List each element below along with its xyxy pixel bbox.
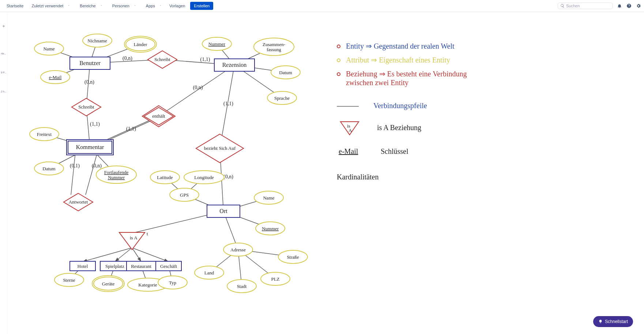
search-box[interactable]: Suchen (558, 3, 613, 9)
attribute-label: Nichname (87, 38, 107, 43)
entity-label: Hotel (78, 263, 88, 269)
attribute: Freitext (30, 128, 59, 141)
nav-startseite[interactable]: Startseite (4, 2, 26, 10)
attribute-label: Freitext (37, 132, 52, 137)
attribute: Typ (158, 276, 187, 289)
attribute-label: Longitude (194, 175, 214, 180)
attribute-label: Sterne (63, 277, 75, 283)
cardinality: (1,1) (223, 101, 233, 107)
legend-line-label: Verbindungspfeile (373, 102, 427, 110)
legend-bullet (337, 45, 340, 48)
attribute-label: Geräte (102, 281, 115, 286)
nav-bereiche[interactable]: Bereiche˅ (75, 2, 106, 10)
left-rail: + rte... 9 P... 2 h... (0, 12, 8, 334)
page-canvas[interactable]: (0,n)(1,1)(0,n)(1,1)(0,n)(1,1)(1,1)(0,n)… (8, 12, 644, 334)
svg-line-37 (83, 248, 132, 262)
attribute-label: Nummer (108, 175, 125, 180)
legend-text: Entity ⇒ Gegenstand der realen Welt (346, 42, 455, 50)
svg-line-34 (71, 153, 75, 195)
svg-text:t: t (147, 231, 148, 236)
relationship: bezieht Sich Auf (196, 134, 244, 163)
attribute: e-Mail (41, 71, 70, 84)
legend-text: Attribut ⇒ Eigenschaft eines Entity (346, 56, 450, 64)
attribute-label: Sprache (274, 95, 290, 101)
attribute-label: Datum (279, 70, 292, 75)
svg-text:A: A (349, 128, 352, 133)
relationship: Schreibt (148, 51, 177, 68)
rail-item[interactable]: 2 h... (1, 90, 7, 98)
attribute: Nummer (202, 37, 231, 50)
relationship: Schreibt (72, 98, 101, 116)
attribute: Adresse (223, 243, 253, 256)
entity-label: Spielplatz (105, 263, 124, 269)
attribute: Datum (34, 162, 64, 175)
attribute-label: Adresse (230, 247, 246, 253)
rail-item[interactable]: rte... (1, 52, 6, 60)
legend-key-sample: e-Mail (339, 147, 358, 155)
top-nav-bar: Startseite Zuletzt verwendet˅ Bereiche˅ … (0, 0, 644, 12)
nav-personen[interactable]: Personen˅ (108, 2, 140, 10)
attribute: Zusammen-fassung (254, 38, 294, 56)
cardinality: (0,n) (193, 85, 203, 91)
attribute: Name (34, 42, 64, 55)
attribute-label: fassung (267, 47, 281, 52)
attribute: Stadt (227, 280, 256, 293)
er-diagram: (0,n)(1,1)(0,n)(1,1)(0,n)(1,1)(1,1)(0,n)… (8, 12, 549, 312)
entity-label: Restaurant (131, 263, 151, 269)
entity-restaurant: Restaurant (127, 261, 156, 271)
attribute-label: Stadt (237, 284, 247, 289)
attribute-label: PLZ (271, 276, 279, 282)
attribute-label: Straße (287, 254, 299, 260)
legend-text: Beziehung ⇒ Es besteht eine Verbindung (346, 70, 467, 78)
attribute-label: e-Mail (49, 75, 62, 80)
entity-geschaeft: Geschäft (156, 261, 181, 271)
attribute: Sterne (54, 273, 84, 286)
legend-key-label: Schlüssel (381, 147, 408, 155)
nav-vorlagen[interactable]: Vorlagen (167, 2, 187, 10)
entity-ort: Ort (207, 205, 240, 217)
cardinality: (1,1) (200, 57, 210, 62)
cardinality: (1,1) (90, 121, 100, 127)
relationship-label: Schreibt (78, 104, 94, 110)
attribute: PLZ (261, 272, 290, 285)
cardinality: (0,1) (70, 163, 80, 169)
attribute: Name (254, 191, 283, 204)
attribute-label: Datum (42, 166, 55, 171)
attribute-label: Nummer (208, 41, 226, 47)
svg-line-38 (115, 248, 132, 262)
svg-text:is A: is A (130, 235, 138, 240)
relationship-label: Antwortet (69, 199, 88, 205)
attribute: Datum (271, 66, 300, 79)
attribute-label: Fortlaufende (104, 170, 129, 175)
legend-text: zwischen zwei Entity (346, 79, 408, 87)
legend-bullet (337, 59, 340, 62)
attribute-label: Land (204, 270, 214, 276)
svg-line-35 (86, 153, 97, 195)
attribute-label: Latitude (157, 175, 173, 180)
rail-add[interactable]: + (2, 23, 5, 32)
settings-icon[interactable] (636, 3, 641, 8)
entity-label: Kommentar (76, 144, 104, 150)
entity-label: Rezension (222, 62, 247, 68)
attribute-label: Nummer (262, 226, 279, 231)
search-placeholder: Suchen (566, 4, 580, 8)
entity-rezension: Rezension (214, 59, 255, 71)
attribute: Longitude (184, 171, 224, 184)
lightbulb-icon (598, 319, 603, 324)
create-button[interactable]: Erstellen (190, 2, 213, 10)
attribute: Sprache (267, 91, 297, 105)
attribute-label: Name (263, 195, 274, 201)
attribute-label: Länder (134, 42, 147, 47)
nav-apps[interactable]: Apps˅ (142, 2, 166, 10)
notifications-icon[interactable] (617, 3, 622, 8)
quickstart-button[interactable]: Schnellstart (593, 316, 633, 327)
cardinality: (0,n) (84, 79, 94, 85)
cardinality: (1,1) (126, 126, 136, 132)
rail-item[interactable]: 9 P... (1, 71, 6, 79)
help-icon[interactable] (626, 3, 632, 8)
entity-label: Ort (219, 208, 227, 214)
nav-zuletzt[interactable]: Zuletzt verwendet˅ (27, 2, 74, 10)
attribute-label: Zusammen- (263, 42, 285, 47)
legend-cardinality-label: Kardinalitäten (337, 173, 379, 181)
cardinality: (0,n) (92, 163, 102, 169)
